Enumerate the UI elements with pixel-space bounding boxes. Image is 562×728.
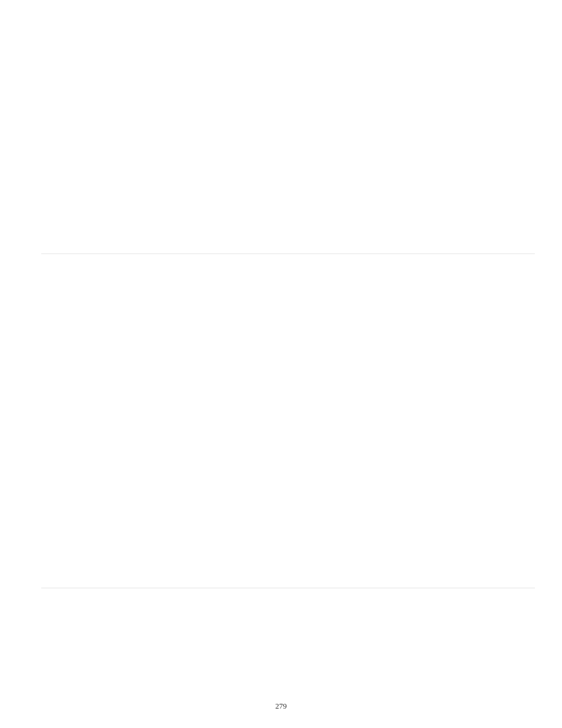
page-number: 279 [0, 701, 562, 711]
horizontal-divider [41, 588, 535, 588]
document-page: 279 [0, 0, 562, 728]
horizontal-divider [41, 253, 535, 254]
